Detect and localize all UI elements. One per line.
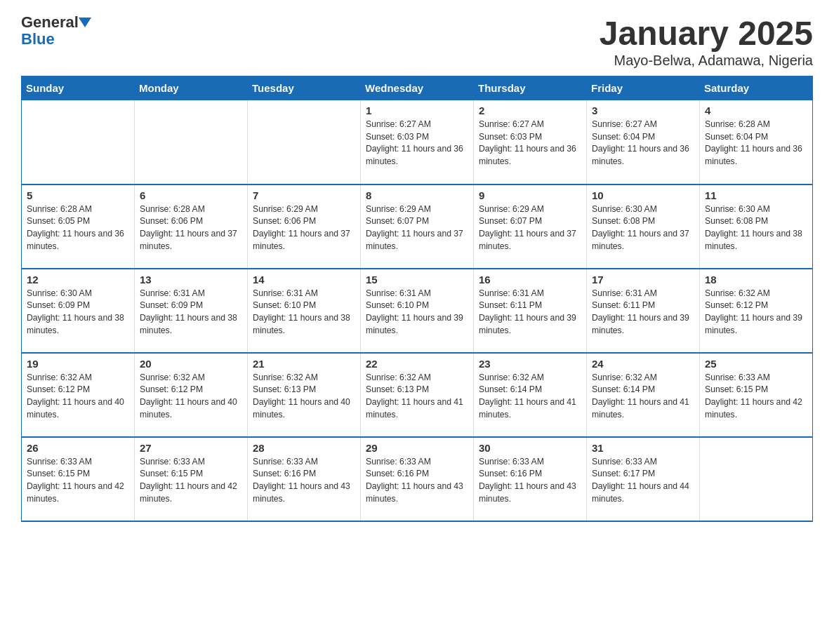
day-info: Sunrise: 6:32 AM Sunset: 6:13 PM Dayligh…: [366, 372, 468, 422]
week-row-3: 19Sunrise: 6:32 AM Sunset: 6:12 PM Dayli…: [22, 353, 813, 437]
day-number: 25: [705, 358, 807, 370]
day-number: 22: [366, 358, 468, 370]
week-row-1: 5Sunrise: 6:28 AM Sunset: 6:05 PM Daylig…: [22, 185, 813, 269]
day-info: Sunrise: 6:32 AM Sunset: 6:14 PM Dayligh…: [592, 372, 694, 422]
day-cell: 21Sunrise: 6:32 AM Sunset: 6:13 PM Dayli…: [248, 353, 361, 437]
day-number: 13: [140, 274, 242, 286]
header-day-monday: Monday: [135, 76, 248, 100]
day-number: 29: [366, 442, 468, 454]
day-info: Sunrise: 6:32 AM Sunset: 6:14 PM Dayligh…: [479, 372, 581, 422]
day-info: Sunrise: 6:32 AM Sunset: 6:12 PM Dayligh…: [705, 288, 807, 337]
day-number: 31: [592, 442, 694, 454]
day-cell: 18Sunrise: 6:32 AM Sunset: 6:12 PM Dayli…: [700, 269, 813, 353]
day-number: 14: [253, 274, 355, 286]
day-cell: 6Sunrise: 6:28 AM Sunset: 6:06 PM Daylig…: [135, 185, 248, 269]
day-info: Sunrise: 6:33 AM Sunset: 6:17 PM Dayligh…: [592, 456, 694, 506]
day-info: Sunrise: 6:33 AM Sunset: 6:16 PM Dayligh…: [479, 456, 581, 506]
day-info: Sunrise: 6:33 AM Sunset: 6:16 PM Dayligh…: [253, 456, 355, 506]
day-cell: 8Sunrise: 6:29 AM Sunset: 6:07 PM Daylig…: [361, 185, 474, 269]
day-cell: [135, 100, 248, 185]
day-cell: 28Sunrise: 6:33 AM Sunset: 6:16 PM Dayli…: [248, 437, 361, 521]
day-cell: [22, 100, 135, 185]
day-info: Sunrise: 6:31 AM Sunset: 6:11 PM Dayligh…: [479, 288, 581, 337]
day-number: 20: [140, 358, 242, 370]
day-number: 9: [479, 189, 581, 201]
day-cell: 31Sunrise: 6:33 AM Sunset: 6:17 PM Dayli…: [587, 437, 700, 521]
day-cell: [248, 100, 361, 185]
day-cell: 13Sunrise: 6:31 AM Sunset: 6:09 PM Dayli…: [135, 269, 248, 353]
day-cell: 26Sunrise: 6:33 AM Sunset: 6:15 PM Dayli…: [22, 437, 135, 521]
day-number: 26: [27, 442, 129, 454]
day-info: Sunrise: 6:32 AM Sunset: 6:12 PM Dayligh…: [27, 372, 129, 422]
logo-general: General: [21, 14, 79, 31]
day-number: 11: [705, 189, 807, 201]
day-number: 30: [479, 442, 581, 454]
day-number: 8: [366, 189, 468, 201]
day-number: 18: [705, 274, 807, 286]
day-cell: 19Sunrise: 6:32 AM Sunset: 6:12 PM Dayli…: [22, 353, 135, 437]
page-title: January 2025: [600, 14, 813, 53]
day-info: Sunrise: 6:32 AM Sunset: 6:13 PM Dayligh…: [253, 372, 355, 422]
calendar-body: 1Sunrise: 6:27 AM Sunset: 6:03 PM Daylig…: [22, 100, 813, 521]
day-cell: 4Sunrise: 6:28 AM Sunset: 6:04 PM Daylig…: [700, 100, 813, 185]
day-cell: [700, 437, 813, 521]
day-info: Sunrise: 6:30 AM Sunset: 6:09 PM Dayligh…: [27, 288, 129, 337]
day-cell: 9Sunrise: 6:29 AM Sunset: 6:07 PM Daylig…: [474, 185, 587, 269]
day-number: 19: [27, 358, 129, 370]
day-info: Sunrise: 6:33 AM Sunset: 6:15 PM Dayligh…: [140, 456, 242, 506]
svg-marker-0: [79, 18, 91, 27]
day-number: 23: [479, 358, 581, 370]
day-info: Sunrise: 6:30 AM Sunset: 6:08 PM Dayligh…: [705, 203, 807, 253]
day-cell: 11Sunrise: 6:30 AM Sunset: 6:08 PM Dayli…: [700, 185, 813, 269]
day-number: 1: [366, 105, 468, 116]
day-number: 12: [27, 274, 129, 286]
calendar-table: SundayMondayTuesdayWednesdayThursdayFrid…: [21, 76, 813, 522]
day-cell: 17Sunrise: 6:31 AM Sunset: 6:11 PM Dayli…: [587, 269, 700, 353]
week-row-0: 1Sunrise: 6:27 AM Sunset: 6:03 PM Daylig…: [22, 100, 813, 185]
day-cell: 14Sunrise: 6:31 AM Sunset: 6:10 PM Dayli…: [248, 269, 361, 353]
calendar-header: SundayMondayTuesdayWednesdayThursdayFrid…: [22, 76, 813, 100]
day-number: 2: [479, 105, 581, 116]
day-info: Sunrise: 6:31 AM Sunset: 6:11 PM Dayligh…: [592, 288, 694, 337]
day-info: Sunrise: 6:32 AM Sunset: 6:12 PM Dayligh…: [140, 372, 242, 422]
day-cell: 2Sunrise: 6:27 AM Sunset: 6:03 PM Daylig…: [474, 100, 587, 185]
header-day-friday: Friday: [587, 76, 700, 100]
day-number: 10: [592, 189, 694, 201]
day-number: 3: [592, 105, 694, 116]
week-row-4: 26Sunrise: 6:33 AM Sunset: 6:15 PM Dayli…: [22, 437, 813, 521]
day-info: Sunrise: 6:27 AM Sunset: 6:03 PM Dayligh…: [366, 119, 468, 168]
day-info: Sunrise: 6:27 AM Sunset: 6:04 PM Dayligh…: [592, 119, 694, 168]
day-cell: 23Sunrise: 6:32 AM Sunset: 6:14 PM Dayli…: [474, 353, 587, 437]
day-number: 7: [253, 189, 355, 201]
day-number: 27: [140, 442, 242, 454]
day-number: 24: [592, 358, 694, 370]
title-area: January 2025 Mayo-Belwa, Adamawa, Nigeri…: [600, 14, 813, 69]
day-number: 17: [592, 274, 694, 286]
day-info: Sunrise: 6:29 AM Sunset: 6:06 PM Dayligh…: [253, 203, 355, 253]
header-row: SundayMondayTuesdayWednesdayThursdayFrid…: [22, 76, 813, 100]
day-info: Sunrise: 6:31 AM Sunset: 6:10 PM Dayligh…: [253, 288, 355, 337]
day-info: Sunrise: 6:33 AM Sunset: 6:16 PM Dayligh…: [366, 456, 468, 506]
day-number: 21: [253, 358, 355, 370]
day-cell: 27Sunrise: 6:33 AM Sunset: 6:15 PM Dayli…: [135, 437, 248, 521]
day-number: 16: [479, 274, 581, 286]
day-info: Sunrise: 6:31 AM Sunset: 6:09 PM Dayligh…: [140, 288, 242, 337]
day-info: Sunrise: 6:27 AM Sunset: 6:03 PM Dayligh…: [479, 119, 581, 168]
day-cell: 15Sunrise: 6:31 AM Sunset: 6:10 PM Dayli…: [361, 269, 474, 353]
day-info: Sunrise: 6:30 AM Sunset: 6:08 PM Dayligh…: [592, 203, 694, 253]
page-subtitle: Mayo-Belwa, Adamawa, Nigeria: [600, 53, 813, 69]
day-cell: 1Sunrise: 6:27 AM Sunset: 6:03 PM Daylig…: [361, 100, 474, 185]
week-row-2: 12Sunrise: 6:30 AM Sunset: 6:09 PM Dayli…: [22, 269, 813, 353]
day-info: Sunrise: 6:33 AM Sunset: 6:15 PM Dayligh…: [27, 456, 129, 506]
day-cell: 22Sunrise: 6:32 AM Sunset: 6:13 PM Dayli…: [361, 353, 474, 437]
day-number: 28: [253, 442, 355, 454]
day-info: Sunrise: 6:28 AM Sunset: 6:04 PM Dayligh…: [705, 119, 807, 168]
day-cell: 12Sunrise: 6:30 AM Sunset: 6:09 PM Dayli…: [22, 269, 135, 353]
day-cell: 20Sunrise: 6:32 AM Sunset: 6:12 PM Dayli…: [135, 353, 248, 437]
day-cell: 16Sunrise: 6:31 AM Sunset: 6:11 PM Dayli…: [474, 269, 587, 353]
day-info: Sunrise: 6:29 AM Sunset: 6:07 PM Dayligh…: [479, 203, 581, 253]
logo: General Blue: [21, 14, 91, 48]
day-cell: 10Sunrise: 6:30 AM Sunset: 6:08 PM Dayli…: [587, 185, 700, 269]
day-number: 15: [366, 274, 468, 286]
day-number: 6: [140, 189, 242, 201]
